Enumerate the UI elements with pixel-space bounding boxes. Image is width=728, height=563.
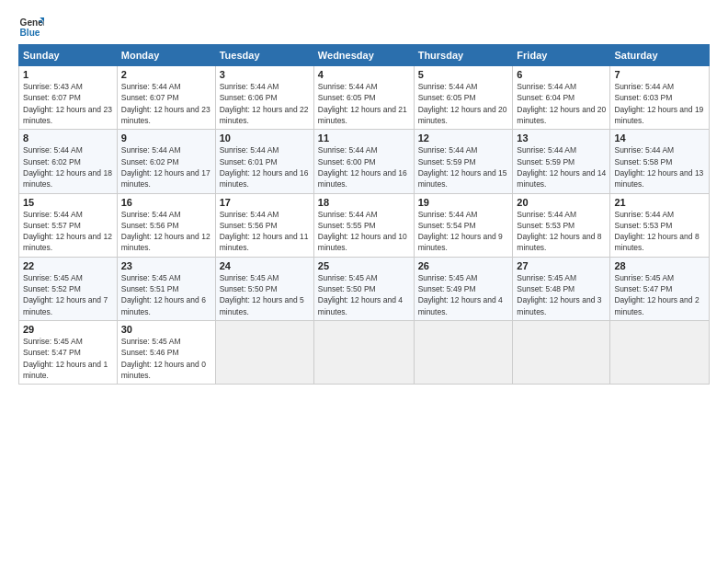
day-info: Sunrise: 5:45 AMSunset: 5:47 PMDaylight:…: [614, 273, 699, 316]
day-cell: 21Sunrise: 5:44 AMSunset: 5:53 PMDayligh…: [610, 193, 710, 257]
day-cell: 2Sunrise: 5:44 AMSunset: 6:07 PMDaylight…: [117, 66, 215, 130]
logo-icon: General Blue: [18, 15, 44, 40]
day-info: Sunrise: 5:44 AMSunset: 5:53 PMDaylight:…: [614, 210, 699, 253]
day-info: Sunrise: 5:45 AMSunset: 5:47 PMDaylight:…: [23, 337, 108, 380]
day-number: 29: [23, 324, 113, 335]
day-number: 2: [121, 69, 211, 80]
week-row-5: 29Sunrise: 5:45 AMSunset: 5:47 PMDayligh…: [19, 321, 710, 385]
day-number: 11: [318, 132, 410, 144]
day-cell: 28Sunrise: 5:45 AMSunset: 5:47 PMDayligh…: [610, 257, 710, 320]
day-info: Sunrise: 5:45 AMSunset: 5:50 PMDaylight:…: [220, 273, 304, 316]
day-cell: 23Sunrise: 5:45 AMSunset: 5:51 PMDayligh…: [117, 257, 215, 320]
day-number: 16: [121, 197, 211, 208]
day-info: Sunrise: 5:45 AMSunset: 5:46 PMDaylight:…: [121, 337, 206, 380]
day-info: Sunrise: 5:44 AMSunset: 5:58 PMDaylight:…: [614, 145, 703, 189]
day-number: 3: [220, 69, 310, 80]
day-info: Sunrise: 5:43 AMSunset: 6:07 PMDaylight:…: [23, 82, 112, 125]
day-info: Sunrise: 5:44 AMSunset: 5:59 PMDaylight:…: [517, 145, 606, 189]
day-cell: [513, 321, 610, 385]
day-cell: 9Sunrise: 5:44 AMSunset: 6:02 PMDaylight…: [117, 130, 215, 193]
day-number: 1: [23, 69, 113, 80]
day-info: Sunrise: 5:44 AMSunset: 6:03 PMDaylight:…: [614, 82, 703, 125]
day-number: 4: [318, 69, 410, 80]
week-row-3: 15Sunrise: 5:44 AMSunset: 5:57 PMDayligh…: [19, 193, 710, 257]
day-number: 23: [121, 260, 211, 271]
day-number: 17: [220, 197, 310, 208]
day-cell: 26Sunrise: 5:45 AMSunset: 5:49 PMDayligh…: [414, 257, 513, 320]
day-cell: 17Sunrise: 5:44 AMSunset: 5:56 PMDayligh…: [215, 193, 313, 257]
day-cell: 24Sunrise: 5:45 AMSunset: 5:50 PMDayligh…: [215, 257, 313, 320]
day-number: 18: [318, 197, 410, 208]
day-cell: 19Sunrise: 5:44 AMSunset: 5:54 PMDayligh…: [414, 193, 513, 257]
calendar-table: SundayMondayTuesdayWednesdayThursdayFrid…: [18, 44, 710, 385]
day-number: 28: [614, 260, 705, 271]
day-cell: 15Sunrise: 5:44 AMSunset: 5:57 PMDayligh…: [19, 193, 118, 257]
day-info: Sunrise: 5:44 AMSunset: 6:00 PMDaylight:…: [318, 145, 407, 189]
day-info: Sunrise: 5:44 AMSunset: 6:05 PMDaylight:…: [418, 82, 507, 125]
day-cell: 5Sunrise: 5:44 AMSunset: 6:05 PMDaylight…: [414, 66, 513, 130]
day-number: 13: [517, 132, 606, 144]
col-header-monday: Monday: [117, 45, 215, 66]
day-info: Sunrise: 5:44 AMSunset: 6:02 PMDaylight:…: [23, 145, 112, 189]
day-number: 8: [23, 132, 113, 144]
day-number: 14: [614, 132, 705, 144]
day-info: Sunrise: 5:45 AMSunset: 5:52 PMDaylight:…: [23, 273, 108, 316]
day-number: 27: [517, 260, 606, 271]
day-info: Sunrise: 5:45 AMSunset: 5:51 PMDaylight:…: [121, 273, 206, 316]
day-info: Sunrise: 5:44 AMSunset: 6:01 PMDaylight:…: [220, 145, 309, 189]
day-cell: 8Sunrise: 5:44 AMSunset: 6:02 PMDaylight…: [19, 130, 118, 193]
day-cell: [414, 321, 513, 385]
day-cell: [215, 321, 313, 385]
day-cell: [313, 321, 414, 385]
logo: General Blue: [18, 15, 44, 40]
svg-text:Blue: Blue: [20, 28, 40, 38]
day-info: Sunrise: 5:44 AMSunset: 6:07 PMDaylight:…: [121, 82, 210, 125]
day-number: 21: [614, 197, 705, 208]
day-cell: 1Sunrise: 5:43 AMSunset: 6:07 PMDaylight…: [19, 66, 118, 130]
day-info: Sunrise: 5:44 AMSunset: 5:56 PMDaylight:…: [220, 210, 309, 253]
day-number: 6: [517, 69, 606, 80]
day-info: Sunrise: 5:44 AMSunset: 5:56 PMDaylight:…: [121, 210, 210, 253]
day-cell: 11Sunrise: 5:44 AMSunset: 6:00 PMDayligh…: [313, 130, 414, 193]
day-number: 19: [418, 197, 509, 208]
day-info: Sunrise: 5:44 AMSunset: 5:54 PMDaylight:…: [418, 210, 503, 253]
col-header-tuesday: Tuesday: [215, 45, 313, 66]
day-number: 7: [614, 69, 705, 80]
day-cell: 27Sunrise: 5:45 AMSunset: 5:48 PMDayligh…: [513, 257, 610, 320]
day-cell: 25Sunrise: 5:45 AMSunset: 5:50 PMDayligh…: [313, 257, 414, 320]
day-number: 15: [23, 197, 113, 208]
day-cell: 30Sunrise: 5:45 AMSunset: 5:46 PMDayligh…: [117, 321, 215, 385]
col-header-saturday: Saturday: [610, 45, 710, 66]
day-info: Sunrise: 5:44 AMSunset: 6:05 PMDaylight:…: [318, 82, 407, 125]
day-info: Sunrise: 5:44 AMSunset: 5:55 PMDaylight:…: [318, 210, 407, 253]
day-cell: 10Sunrise: 5:44 AMSunset: 6:01 PMDayligh…: [215, 130, 313, 193]
col-header-wednesday: Wednesday: [313, 45, 414, 66]
day-info: Sunrise: 5:45 AMSunset: 5:48 PMDaylight:…: [517, 273, 601, 316]
day-info: Sunrise: 5:44 AMSunset: 5:57 PMDaylight:…: [23, 210, 112, 253]
page: General Blue SundayMondayTuesdayWednesda…: [0, 0, 728, 394]
day-cell: 6Sunrise: 5:44 AMSunset: 6:04 PMDaylight…: [513, 66, 610, 130]
day-info: Sunrise: 5:45 AMSunset: 5:50 PMDaylight:…: [318, 273, 403, 316]
col-header-sunday: Sunday: [19, 45, 118, 66]
week-row-4: 22Sunrise: 5:45 AMSunset: 5:52 PMDayligh…: [19, 257, 710, 320]
week-row-1: 1Sunrise: 5:43 AMSunset: 6:07 PMDaylight…: [19, 66, 710, 130]
day-number: 26: [418, 260, 509, 271]
day-number: 10: [220, 132, 310, 144]
day-cell: 22Sunrise: 5:45 AMSunset: 5:52 PMDayligh…: [19, 257, 118, 320]
day-info: Sunrise: 5:44 AMSunset: 5:59 PMDaylight:…: [418, 145, 507, 189]
day-cell: 14Sunrise: 5:44 AMSunset: 5:58 PMDayligh…: [610, 130, 710, 193]
week-row-2: 8Sunrise: 5:44 AMSunset: 6:02 PMDaylight…: [19, 130, 710, 193]
day-number: 25: [318, 260, 410, 271]
day-info: Sunrise: 5:45 AMSunset: 5:49 PMDaylight:…: [418, 273, 503, 316]
day-info: Sunrise: 5:44 AMSunset: 5:53 PMDaylight:…: [517, 210, 601, 253]
col-header-friday: Friday: [513, 45, 610, 66]
day-cell: 12Sunrise: 5:44 AMSunset: 5:59 PMDayligh…: [414, 130, 513, 193]
day-cell: 4Sunrise: 5:44 AMSunset: 6:05 PMDaylight…: [313, 66, 414, 130]
day-number: 20: [517, 197, 606, 208]
day-cell: 20Sunrise: 5:44 AMSunset: 5:53 PMDayligh…: [513, 193, 610, 257]
day-info: Sunrise: 5:44 AMSunset: 6:02 PMDaylight:…: [121, 145, 210, 189]
day-cell: 18Sunrise: 5:44 AMSunset: 5:55 PMDayligh…: [313, 193, 414, 257]
day-cell: 16Sunrise: 5:44 AMSunset: 5:56 PMDayligh…: [117, 193, 215, 257]
day-info: Sunrise: 5:44 AMSunset: 6:04 PMDaylight:…: [517, 82, 606, 125]
day-cell: [610, 321, 710, 385]
